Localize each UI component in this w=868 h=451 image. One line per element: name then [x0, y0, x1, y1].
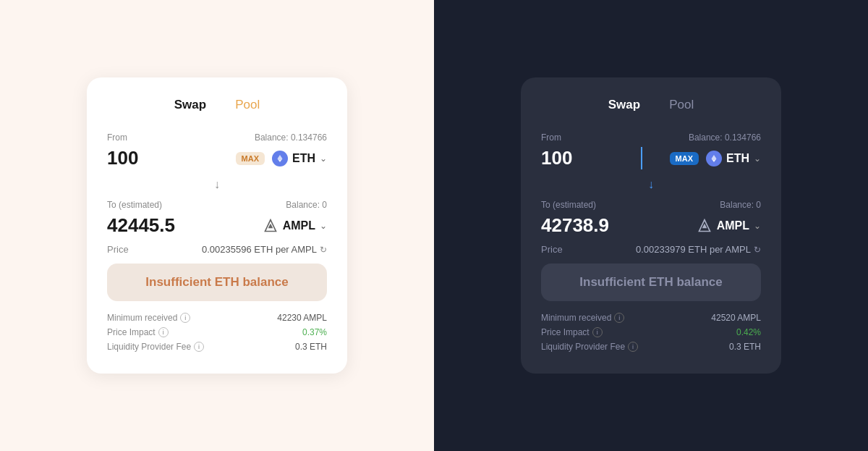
to-input-row-dark: 42738.9 AMPL ⌄ [541, 214, 761, 237]
min-received-value-dark: 42520 AMPL [711, 313, 761, 323]
divider-dark: ↓ [541, 178, 761, 191]
from-label-dark: From [541, 132, 561, 143]
refresh-icon-light[interactable]: ↻ [320, 245, 327, 255]
refresh-icon-dark[interactable]: ↻ [754, 245, 761, 255]
tab-pool-dark[interactable]: Pool [669, 98, 694, 115]
to-balance-light: Balance: 0 [286, 200, 327, 210]
from-amount-dark[interactable] [541, 147, 642, 169]
price-label-light: Price [107, 244, 129, 255]
to-amount-dark: 42738.9 [541, 214, 642, 237]
to-balance-dark: Balance: 0 [720, 200, 761, 210]
to-label-light: To (estimated) [107, 200, 162, 210]
from-balance-dark: Balance: 0.134766 [689, 132, 761, 143]
from-input-row-light: MAX ETH ⌄ [107, 147, 327, 169]
max-btn-light[interactable]: MAX [236, 152, 265, 165]
to-label-row-dark: To (estimated) Balance: 0 [541, 200, 761, 210]
tab-swap-light[interactable]: Swap [174, 98, 206, 115]
lp-fee-value-dark: 0.3 ETH [729, 342, 761, 352]
light-tabs: Swap Pool [107, 98, 327, 115]
to-input-row-light: 42445.5 AMPL ⌄ [107, 214, 327, 237]
price-label-dark: Price [541, 244, 563, 255]
insufficient-btn-dark: Insufficient ETH balance [541, 264, 761, 301]
to-token-selector-light[interactable]: AMPL ⌄ [263, 218, 327, 234]
divider-light: ↓ [107, 178, 327, 191]
price-value-dark: 0.00233979 ETH per AMPL ↻ [636, 244, 761, 255]
lp-fee-info-icon-dark[interactable]: i [628, 342, 638, 352]
to-token-selector-dark[interactable]: AMPL ⌄ [697, 218, 761, 234]
lp-fee-value-light: 0.3 ETH [295, 342, 327, 352]
light-card: Swap Pool From Balance: 0.134766 MAX ETH… [87, 77, 347, 374]
price-impact-info-icon-light[interactable]: i [158, 327, 169, 337]
light-panel: Swap Pool From Balance: 0.134766 MAX ETH… [0, 0, 434, 451]
dark-card: Swap Pool From Balance: 0.134766 MAX ETH… [521, 77, 781, 374]
lp-fee-info-icon-light[interactable]: i [194, 342, 204, 352]
from-token-chevron-light: ⌄ [320, 153, 327, 164]
min-received-value-light: 42230 AMPL [277, 313, 327, 323]
lp-fee-label-light: Liquidity Provider Fee i [107, 342, 204, 352]
min-received-info-icon-light[interactable]: i [180, 313, 190, 323]
price-impact-label-dark: Price Impact i [541, 327, 603, 337]
lp-fee-row-dark: Liquidity Provider Fee i 0.3 ETH [541, 342, 761, 352]
to-amount-light: 42445.5 [107, 214, 208, 237]
price-impact-row-light: Price Impact i 0.37% [107, 327, 327, 337]
ampl-icon-light [263, 218, 278, 234]
down-arrow-light: ↓ [214, 178, 220, 191]
from-token-name-dark: ETH [726, 152, 749, 165]
price-row-light: Price 0.00235596 ETH per AMPL ↻ [107, 244, 327, 255]
from-input-row-dark: MAX ETH ⌄ [541, 147, 761, 169]
ampl-icon-dark [697, 218, 712, 234]
eth-icon-dark [706, 151, 722, 167]
price-value-light: 0.00235596 ETH per AMPL ↻ [202, 244, 327, 255]
min-received-label-dark: Minimum received i [541, 313, 624, 323]
max-btn-dark[interactable]: MAX [670, 152, 699, 165]
from-token-selector-dark[interactable]: MAX ETH ⌄ [670, 151, 761, 167]
price-impact-value-dark: 0.42% [736, 327, 761, 337]
lp-fee-label-dark: Liquidity Provider Fee i [541, 342, 638, 352]
lp-fee-row-light: Liquidity Provider Fee i 0.3 ETH [107, 342, 327, 352]
eth-icon-light [272, 151, 288, 167]
min-received-row-dark: Minimum received i 42520 AMPL [541, 313, 761, 323]
to-label-row-light: To (estimated) Balance: 0 [107, 200, 327, 210]
from-amount-light[interactable] [107, 147, 208, 169]
min-received-info-icon-dark[interactable]: i [614, 313, 624, 323]
from-token-selector-light[interactable]: MAX ETH ⌄ [236, 151, 327, 167]
down-arrow-dark: ↓ [648, 178, 654, 191]
to-token-name-dark: AMPL [717, 219, 749, 232]
insufficient-btn-light: Insufficient ETH balance [107, 264, 327, 301]
price-impact-row-dark: Price Impact i 0.42% [541, 327, 761, 337]
tab-swap-dark[interactable]: Swap [608, 98, 640, 115]
price-impact-info-icon-dark[interactable]: i [592, 327, 603, 337]
from-token-name-light: ETH [292, 152, 315, 165]
from-token-chevron-dark: ⌄ [754, 153, 761, 164]
min-received-row-light: Minimum received i 42230 AMPL [107, 313, 327, 323]
to-token-name-light: AMPL [283, 219, 315, 232]
dark-panel: Swap Pool From Balance: 0.134766 MAX ETH… [434, 0, 868, 451]
price-impact-value-light: 0.37% [302, 327, 327, 337]
price-impact-label-light: Price Impact i [107, 327, 169, 337]
dark-tabs: Swap Pool [541, 98, 761, 115]
to-label-dark: To (estimated) [541, 200, 596, 210]
to-token-chevron-dark: ⌄ [754, 221, 761, 231]
from-label-light: From [107, 132, 127, 143]
tab-pool-light[interactable]: Pool [235, 98, 260, 115]
to-token-chevron-light: ⌄ [320, 221, 327, 231]
from-label-row-dark: From Balance: 0.134766 [541, 132, 761, 143]
min-received-label-light: Minimum received i [107, 313, 190, 323]
from-balance-light: Balance: 0.134766 [255, 132, 327, 143]
price-row-dark: Price 0.00233979 ETH per AMPL ↻ [541, 244, 761, 255]
from-label-row-light: From Balance: 0.134766 [107, 132, 327, 143]
